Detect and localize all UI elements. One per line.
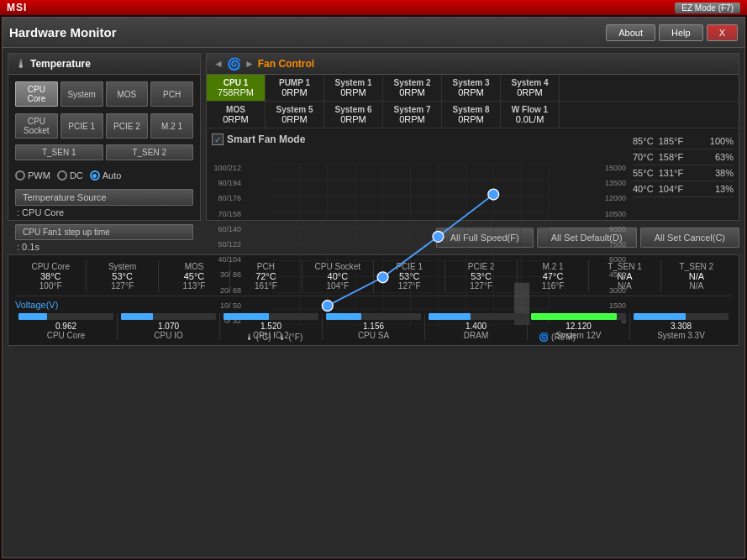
monitor-system: System 53°C 127°F [87,260,158,292]
sensor-tsen1[interactable]: T_SEN 1 [15,144,103,160]
chart-container: ✓ Smart Fan Mode 100/212 90/194 80/176 7… [212,133,626,342]
ts-row-1: 85°C 185°F 100% [633,133,734,149]
about-button[interactable]: About [606,24,655,41]
main-window: Hardware Monitor About Help X 🌡 Temperat… [2,17,745,558]
voltage-cpu-io: 1.070 CPU IO [118,313,220,340]
monitor-tsen2: T_SEN 2 N/A N/A [661,260,732,292]
msi-logo: MSI [7,2,27,13]
sensor-tsen2[interactable]: T_SEN 2 [106,144,194,160]
fan-panel-title: Fan Control [258,58,314,70]
sensor-mos[interactable]: MOS [106,81,149,107]
top-panels: 🌡 Temperature CPU Core System MOS PCH CP… [8,53,739,221]
temp-panel-header: 🌡 Temperature [8,54,200,75]
voltage-cpu-io-bar [121,313,153,320]
chart-y-axis-right: 15000 13500 12000 10500 9000 7500 6000 4… [580,164,626,325]
fan-pump1[interactable]: PUMP 1 0RPM [266,75,324,101]
voltage-cpu-core: 0.962 CPU Core [15,313,118,340]
dc-label: DC [70,170,83,181]
dc-radio[interactable] [57,170,67,181]
sensor-pcie1[interactable]: PCIE 1 [60,113,103,139]
window-title: Hardware Monitor [9,25,602,39]
fan-panel-header: ◄ 🌀 ► Fan Control [207,54,739,75]
fan-sys3[interactable]: System 3 0RPM [442,75,501,101]
help-button[interactable]: Help [659,24,703,41]
ez-mode-button[interactable]: EZ Mode (F7) [675,3,740,13]
chart-svg[interactable] [245,164,576,325]
sensor-pcie2[interactable]: PCIE 2 [106,113,149,139]
auto-label: Auto [103,170,122,181]
temp-c-icon: 🌡 (°C) [245,332,271,342]
chart-point-4 [488,189,499,200]
fan-sys4[interactable]: System 4 0RPM [501,75,560,101]
voltage-cpu-core-bar [18,313,47,320]
smart-fan-header: ✓ Smart Fan Mode [212,133,626,145]
fan-sys7[interactable]: System 7 0RPM [383,102,442,128]
smart-fan-checkbox[interactable]: ✓ [212,133,224,145]
fan-sys6[interactable]: System 6 0RPM [324,102,383,128]
temperature-panel: 🌡 Temperature CPU Core System MOS PCH CP… [8,53,201,221]
ts-row-3: 55°C 131°F 38% [633,165,734,181]
chart-point-1 [322,301,333,311]
voltage-cpu-sa-bar [326,313,361,320]
nav-left-arrow[interactable]: ◄ [213,58,224,70]
ts-row-4: 40°C 104°F 13% [633,181,734,197]
sensor-grid-2: CPU Socket PCIE 1 PCIE 2 M.2 1 [15,113,193,139]
window-titlebar: Hardware Monitor About Help X [3,18,744,48]
sensor-system[interactable]: System [60,81,103,107]
voltage-sys33v: 3.308 System 3.3V [630,313,732,340]
nav-right-arrow[interactable]: ► [245,58,255,70]
voltage-cpu-io2-bar [224,313,269,320]
temp-panel-title: Temperature [30,58,91,70]
chart-point-3 [433,231,444,242]
sensor-pch[interactable]: PCH [150,81,193,107]
fan-sys2[interactable]: System 2 0RPM [383,75,442,101]
fan-sys1[interactable]: System 1 0RPM [324,75,383,101]
chart-inner[interactable] [245,164,576,325]
pwm-label: PWM [28,170,50,181]
fan-mos[interactable]: MOS 0RPM [207,102,266,128]
temp-f-icon: 🌡 (°F) [278,332,303,342]
mode-section: PWM DC Auto [15,170,193,181]
sensor-cpu-core[interactable]: CPU Core [15,81,58,107]
fan-row-2: MOS 0RPM System 5 0RPM System 6 0RPM Sys… [207,102,739,128]
chart-bottom-icons: 🌡 (°C) 🌡 (°F) 🌀 (RPM) [245,332,576,342]
sensor-cpu-socket[interactable]: CPU Socket [15,113,58,139]
voltage-dram-bar [429,313,471,320]
fan-panel: ◄ 🌀 ► Fan Control CPU 1 758RPM PUMP 1 0R… [206,53,739,221]
fan-sys8[interactable]: System 8 0RPM [442,102,501,128]
sensor-grid-1: CPU Core System MOS PCH [15,81,193,107]
set-cancel-button[interactable]: All Set Cancel(C) [640,228,739,248]
voltage-sys12v-bar [531,313,617,320]
voltage-sys33v-bar [634,313,686,320]
top-bar: MSI EZ Mode (F7) [0,0,747,15]
temp-source-section: Temperature Source : CPU Core [15,189,193,217]
temp-source-value: : CPU Core [15,207,193,217]
dc-radio-label[interactable]: DC [57,170,83,181]
pwm-radio-label[interactable]: PWM [15,170,50,181]
fan-icon: 🌀 [227,57,241,71]
fan-sys5[interactable]: System 5 0RPM [266,102,324,128]
temp-source-button[interactable]: Temperature Source [15,189,193,206]
rpm-icon: 🌀 (RPM) [539,332,576,342]
fan-row-1: CPU 1 758RPM PUMP 1 0RPM System 1 0RPM S… [207,75,739,102]
close-button[interactable]: X [707,24,738,41]
auto-radio[interactable] [90,170,100,181]
pwm-radio[interactable] [15,170,25,181]
content-area: 🌡 Temperature CPU Core System MOS PCH CP… [3,48,744,557]
fan-cpu1[interactable]: CPU 1 758RPM [207,75,266,101]
smart-fan-title: Smart Fan Mode [227,133,305,145]
auto-radio-label[interactable]: Auto [90,170,122,181]
thermometer-icon: 🌡 [15,57,27,71]
chart-y-axis-left: 100/212 90/194 80/176 70/158 60/140 50/1… [212,164,244,325]
sensor-m21[interactable]: M.2 1 [150,113,193,139]
chart-point-2 [377,272,388,283]
monitor-cpu-core: CPU Core 38°C 100°F [15,260,87,292]
fan-wflow1[interactable]: W Flow 1 0.0L/M [501,102,560,128]
sensor-grid-3: T_SEN 1 T_SEN 2 [15,144,193,160]
ts-row-2: 70°C 158°F 63% [633,149,734,165]
